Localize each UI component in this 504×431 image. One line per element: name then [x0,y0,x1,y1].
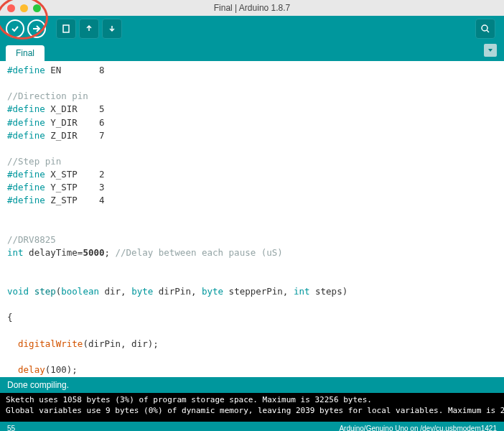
status-bar: Done compiling. [0,377,504,393]
sketch-tab[interactable]: Final [6,45,45,61]
footer-left: 55 [7,425,15,432]
serial-monitor-button[interactable] [475,19,495,39]
console-line2: Global variables use 9 bytes (0%) of dyn… [6,406,504,415]
status-message: Done compiling. [7,380,69,390]
tab-menu-button[interactable] [484,44,497,57]
console-line1: Sketch uses 1058 bytes (3%) of program s… [6,395,372,404]
save-sketch-button[interactable] [102,19,122,39]
new-sketch-button[interactable] [56,19,76,39]
code-editor[interactable]: #define EN 8 //Direction pin #define X_D… [0,61,504,377]
toolbar [0,16,504,41]
tab-bar: Final [0,41,504,61]
window-titlebar: Final | Arduino 1.8.7 [0,0,504,16]
upload-button[interactable] [27,19,46,38]
verify-button[interactable] [6,19,24,38]
svg-point-1 [482,25,487,31]
window-title: Final | Arduino 1.8.7 [0,3,504,13]
footer-right: Arduino/Genuino Uno on /dev/cu.usbmodem1… [339,425,497,432]
console-output: Sketch uses 1058 bytes (3%) of program s… [0,393,504,422]
open-sketch-button[interactable] [79,19,99,39]
footer-bar: 55 Arduino/Genuino Uno on /dev/cu.usbmod… [0,422,504,431]
svg-rect-0 [63,25,69,32]
